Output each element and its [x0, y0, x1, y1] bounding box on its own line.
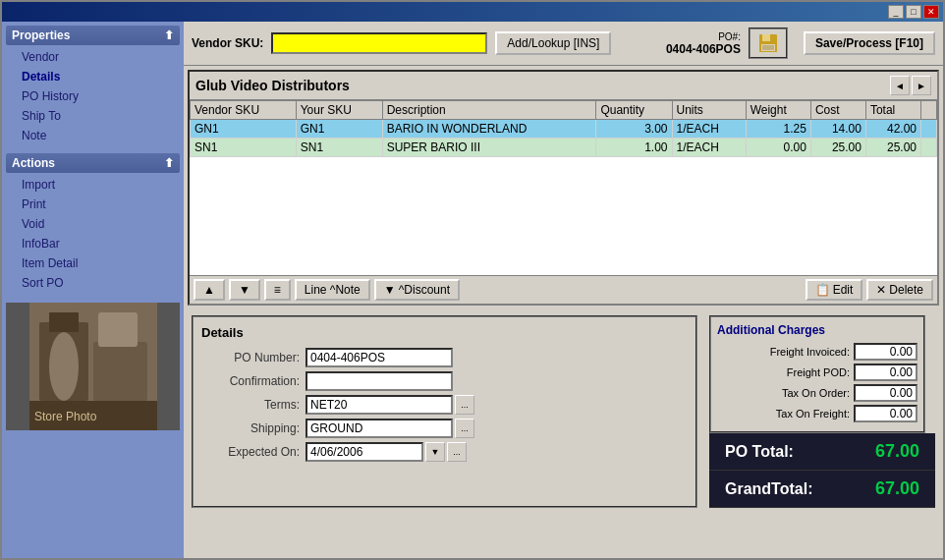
po-grid: Glub Video Distributors ◄ ► Vendor SKU Y… [188, 70, 939, 306]
tax-on-freight-row: Tax On Freight: [717, 405, 917, 422]
move-up-button[interactable]: ▲ [194, 279, 225, 301]
sidebar-item-po-history[interactable]: PO History [6, 86, 180, 106]
close-button[interactable]: ✕ [923, 5, 939, 19]
po-number-label: PO Number: [201, 351, 300, 364]
shipping-input[interactable] [306, 419, 453, 438]
shipping-lookup-button[interactable]: ... [455, 419, 474, 438]
title-bar: _ □ ✕ [2, 2, 943, 22]
save-process-button[interactable]: Save/Process [F10] [804, 31, 935, 55]
sidebar-item-details[interactable]: Details [6, 67, 180, 86]
cell-your-sku: SN1 [296, 139, 382, 157]
cell-total: 25.00 [865, 139, 920, 157]
list-button[interactable]: ≡ [264, 279, 291, 301]
grid-next-button[interactable]: ► [912, 76, 931, 95]
actions-label: Actions [12, 156, 55, 170]
additional-charges-box: Additional Charges Freight Invoiced: Fre… [709, 315, 925, 433]
line-note-button[interactable]: Line ^Note [295, 279, 370, 301]
po-total-value: 67.00 [875, 441, 919, 462]
col-your-sku: Your SKU [296, 101, 382, 120]
svg-point-3 [49, 332, 79, 401]
grand-total-value: 67.00 [875, 478, 919, 499]
sidebar-item-vendor[interactable]: Vendor [6, 47, 180, 67]
edit-icon: 📋 [815, 283, 830, 297]
table-row[interactable]: GN1 GN1 BARIO IN WONDERLAND 3.00 1/EACH … [191, 120, 937, 139]
grid-header-bar: Glub Video Distributors ◄ ► [190, 72, 937, 100]
confirmation-row: Confirmation: [201, 371, 688, 391]
cell-weight: 1.25 [746, 120, 810, 139]
details-title: Details [201, 325, 688, 340]
discount-button[interactable]: ▼ ^Discount [374, 279, 460, 301]
save-icon [749, 28, 788, 59]
table-actions: ▲ ▼ ≡ Line ^Note ▼ ^Discount 📋 Edit ✕ De… [190, 275, 937, 304]
vendor-sku-input[interactable] [271, 32, 487, 54]
download-icon: ▼ [384, 283, 396, 297]
freight-invoiced-label: Freight Invoiced: [717, 346, 850, 358]
col-units: Units [672, 101, 746, 120]
bottom-right: Additional Charges Freight Invoiced: Fre… [709, 315, 935, 508]
tax-on-freight-input[interactable] [854, 405, 917, 422]
terms-input[interactable] [306, 395, 453, 415]
right-panel: Vendor SKU: Add/Lookup [INS] PO#: 0404-4… [184, 22, 943, 558]
freight-pod-input[interactable] [854, 364, 917, 381]
calendar-button[interactable]: ▼ [425, 442, 445, 462]
delete-button[interactable]: ✕ Delete [866, 279, 933, 301]
grid-prev-button[interactable]: ◄ [890, 76, 910, 95]
actions-header[interactable]: Actions ⬆ [6, 153, 180, 173]
freight-invoiced-input[interactable] [854, 343, 917, 361]
cell-your-sku: GN1 [296, 120, 382, 139]
edit-button[interactable]: 📋 Edit [806, 279, 863, 301]
grid-title: Glub Video Distributors [195, 78, 888, 93]
vendor-sku-label: Vendor SKU: [192, 36, 263, 50]
sidebar-item-ship-to[interactable]: Ship To [6, 106, 180, 126]
expected-on-lookup-button[interactable]: ... [447, 442, 467, 462]
actions-collapse-icon: ⬆ [164, 156, 174, 170]
svg-rect-10 [762, 34, 770, 41]
terms-row: Terms: ... [201, 395, 688, 415]
expected-on-label: Expected On: [201, 445, 300, 459]
po-info: PO#: 0404-406POS [666, 31, 741, 56]
expected-on-input[interactable] [306, 442, 423, 462]
add-lookup-button[interactable]: Add/Lookup [INS] [495, 31, 611, 55]
main-content: Properties ⬆ Vendor Details PO History S… [2, 22, 943, 558]
sidebar-item-infobar[interactable]: InfoBar [6, 234, 180, 253]
terms-lookup-button[interactable]: ... [455, 395, 474, 415]
cell-description: SUPER BARIO III [382, 139, 596, 157]
tax-on-order-label: Tax On Order: [717, 387, 850, 399]
confirmation-input[interactable] [306, 371, 453, 391]
po-label: PO#: [666, 31, 741, 42]
sidebar-item-import[interactable]: Import [6, 175, 180, 195]
properties-collapse-icon: ⬆ [164, 28, 174, 42]
cell-quantity: 3.00 [596, 120, 672, 139]
top-bar: Vendor SKU: Add/Lookup [INS] PO#: 0404-4… [184, 22, 943, 66]
charges-title: Additional Charges [717, 323, 917, 337]
sidebar-item-sort-po[interactable]: Sort PO [6, 273, 180, 293]
details-section: Details PO Number: Confirmation: Terms: … [184, 309, 943, 514]
move-down-button[interactable]: ▼ [229, 279, 260, 301]
cell-description: BARIO IN WONDERLAND [382, 120, 596, 139]
maximize-button[interactable]: □ [906, 5, 921, 19]
shipping-label: Shipping: [201, 421, 300, 435]
details-box: Details PO Number: Confirmation: Terms: … [192, 315, 697, 508]
tax-on-order-input[interactable] [854, 384, 917, 402]
totals-area: PO Total: 67.00 GrandTotal: 67.00 [709, 433, 935, 508]
freight-pod-label: Freight POD: [717, 366, 850, 378]
sidebar: Properties ⬆ Vendor Details PO History S… [2, 22, 184, 558]
col-scroll [921, 101, 937, 120]
po-number-input[interactable] [306, 348, 453, 367]
svg-rect-12 [762, 45, 774, 50]
po-table: Vendor SKU Your SKU Description Quantity… [190, 100, 937, 157]
sidebar-item-print[interactable]: Print [6, 195, 180, 214]
sidebar-item-note[interactable]: Note [6, 126, 180, 145]
grand-total-label: GrandTotal: [725, 480, 812, 498]
svg-text:Store Photo: Store Photo [34, 410, 97, 423]
table-row[interactable]: SN1 SN1 SUPER BARIO III 1.00 1/EACH 0.00… [191, 139, 937, 157]
grand-total-row: GrandTotal: 67.00 [709, 471, 935, 508]
freight-pod-row: Freight POD: [717, 364, 917, 381]
sidebar-item-void[interactable]: Void [6, 214, 180, 234]
cell-weight: 0.00 [746, 139, 810, 157]
grid-table-wrap[interactable]: Vendor SKU Your SKU Description Quantity… [190, 100, 937, 275]
minimize-button[interactable]: _ [888, 5, 904, 19]
properties-header[interactable]: Properties ⬆ [6, 26, 180, 45]
col-weight: Weight [746, 101, 810, 120]
sidebar-item-item-detail[interactable]: Item Detail [6, 253, 180, 273]
